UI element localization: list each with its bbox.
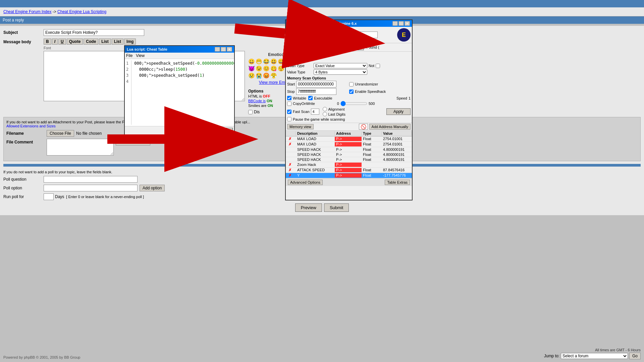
speedhack-checkbox[interactable] bbox=[349, 89, 354, 94]
add-option-button[interactable]: Add option bbox=[140, 185, 165, 191]
executable-checkbox[interactable] bbox=[308, 96, 313, 100]
memory-view-button[interactable]: Memory view bbox=[287, 124, 314, 129]
speed-slider[interactable] bbox=[340, 101, 367, 106]
table-extras-button[interactable]: Table Extras bbox=[385, 180, 410, 185]
mem-start-row: Start bbox=[287, 81, 348, 87]
lua-code[interactable]: 000;">speedhack_setSpeed(-0.000000000000… bbox=[134, 60, 234, 125]
lua-close-button[interactable]: × bbox=[227, 47, 232, 52]
row-type: Float bbox=[362, 173, 382, 178]
emoticon-icon[interactable]: 😉 bbox=[256, 65, 262, 72]
not-checkbox[interactable] bbox=[376, 64, 380, 68]
lua-code-area: 1234 000;">speedhack_setSpeed(-0.0000000… bbox=[125, 59, 234, 126]
ce-close-button[interactable]: × bbox=[405, 21, 410, 26]
jump-to-go-button[interactable]: Go bbox=[629, 353, 641, 359]
ce-minimize-button[interactable]: _ bbox=[392, 21, 398, 26]
col-value: Value bbox=[382, 131, 412, 135]
lua-minimize-button[interactable]: _ bbox=[215, 47, 220, 52]
row-desc: SPEED HACK bbox=[296, 158, 335, 162]
table-row[interactable]: SPEED HACK P-> Float 4.800000191 bbox=[286, 147, 412, 152]
start-input[interactable] bbox=[296, 81, 336, 87]
disable-checkbox[interactable] bbox=[248, 110, 253, 114]
lua-menu-view[interactable]: View bbox=[136, 53, 145, 58]
emoticon-icon[interactable]: 😡 bbox=[263, 72, 270, 79]
emoticon-icon[interactable]: 😤 bbox=[270, 72, 277, 79]
lua-maximize-button[interactable]: □ bbox=[221, 47, 226, 52]
last-digits-radio[interactable] bbox=[323, 112, 327, 116]
writable-checkbox[interactable] bbox=[287, 96, 291, 100]
emoticon-icon[interactable]: 😃 bbox=[270, 58, 277, 65]
fast-scan-input[interactable] bbox=[311, 109, 319, 115]
not-label: Not bbox=[369, 64, 374, 68]
img-button[interactable]: Img bbox=[124, 39, 136, 45]
row-active: ✗ bbox=[286, 137, 296, 141]
emoticon-icon[interactable]: 😀 bbox=[248, 58, 255, 65]
advanced-options-button[interactable]: Advanced Options bbox=[288, 180, 323, 185]
preview-button[interactable]: Preview bbox=[295, 203, 322, 212]
first-scan-button[interactable]: First Scan bbox=[287, 44, 311, 50]
alignment-radio[interactable] bbox=[323, 107, 327, 111]
table-row[interactable]: SPEED HACK P-> Float 4.800000191 bbox=[286, 152, 412, 157]
submit-button[interactable]: Submit bbox=[324, 203, 349, 212]
emoticon-icon[interactable]: 😭 bbox=[256, 72, 262, 79]
ce-hex-checkbox[interactable] bbox=[295, 58, 300, 62]
stop-input[interactable] bbox=[296, 88, 336, 95]
jump-to-select[interactable]: Select a forum bbox=[561, 353, 628, 359]
unrandomizer-checkbox[interactable] bbox=[349, 82, 354, 86]
italic-button[interactable]: I bbox=[52, 39, 58, 45]
breadcrumb-link-forum[interactable]: Cheat Engine Forum Index bbox=[3, 9, 51, 14]
bold-button[interactable]: B bbox=[44, 39, 51, 45]
ce-title-icon: ⚙ bbox=[288, 21, 291, 26]
poll-option-input[interactable] bbox=[44, 185, 138, 191]
emoticon-icon[interactable]: 😌 bbox=[278, 65, 284, 72]
undo-scan-button[interactable]: Undo Scan bbox=[338, 44, 364, 50]
table-row[interactable]: SPEED HACK P-> Float 4.800000191 bbox=[286, 157, 412, 162]
table-row[interactable]: ✗ ATTACK SPEED P-> Float 87.84576416 bbox=[286, 168, 412, 173]
emoticon-icon[interactable]: 😂 bbox=[263, 58, 270, 65]
emoticon-icon[interactable]: 😋 bbox=[270, 65, 277, 72]
list2-button[interactable]: List bbox=[112, 39, 123, 45]
emoticon-icon[interactable]: 😈 bbox=[248, 65, 255, 72]
ce-maximize-button[interactable]: □ bbox=[398, 21, 404, 26]
next-scan-button[interactable]: Next Scan bbox=[313, 44, 337, 50]
breadcrumb: Cheat Engine Forum Index -> Cheat Engine… bbox=[0, 7, 644, 16]
underline-button[interactable]: U bbox=[58, 39, 66, 45]
lua-menu-file[interactable]: File bbox=[126, 53, 132, 58]
quote-button[interactable]: Quote bbox=[67, 39, 83, 45]
row-active bbox=[286, 153, 296, 157]
emoticon-icon[interactable]: 😄 bbox=[278, 58, 284, 65]
table-row[interactable]: ✗ Y P-> Float -177.7545776 bbox=[286, 173, 412, 178]
poll-days-input[interactable] bbox=[44, 193, 54, 200]
scan-type-select[interactable]: Exact Value bbox=[314, 63, 367, 68]
emoticon-icon[interactable]: 😁 bbox=[256, 58, 262, 65]
poll-question-input[interactable] bbox=[44, 176, 138, 183]
ce-addr-box[interactable] bbox=[306, 34, 333, 36]
list1-button[interactable]: List bbox=[99, 39, 111, 45]
add-address-button[interactable]: Add Address Manually bbox=[369, 124, 411, 130]
code-button[interactable]: Code bbox=[84, 39, 98, 45]
copyonwrite-checkbox[interactable] bbox=[287, 102, 291, 106]
value-type-select[interactable]: 4 Bytes bbox=[314, 69, 367, 75]
ce-process-input[interactable] bbox=[334, 32, 378, 38]
execute-script-button[interactable]: Execute script bbox=[197, 128, 233, 135]
file-comment-textarea[interactable] bbox=[47, 139, 114, 156]
breadcrumb-link-scripting[interactable]: Cheat Engine Lua Scripting bbox=[57, 9, 106, 14]
subject-input[interactable] bbox=[44, 29, 144, 36]
fast-scan-checkbox[interactable] bbox=[287, 110, 291, 114]
row-desc: MAX LOAD bbox=[296, 142, 335, 146]
choose-file-button[interactable]: Choose File bbox=[47, 130, 74, 137]
table-row[interactable]: ✗ MAX LOAD P-> Float 2754.01001 bbox=[286, 142, 412, 147]
apply-button[interactable]: Apply bbox=[386, 108, 411, 115]
emoticon-icon[interactable]: 😊 bbox=[263, 65, 270, 72]
ce-table-header: Description Address Type Value bbox=[286, 131, 412, 136]
stop-button[interactable]: 🚫 bbox=[359, 124, 368, 130]
row-value: 4.800000191 bbox=[382, 158, 412, 162]
allowed-extensions-link[interactable]: Allowed Extensions and Sizes bbox=[6, 124, 56, 128]
col-address: Address bbox=[335, 131, 362, 135]
row-addr: P-> bbox=[335, 163, 362, 167]
row-active bbox=[286, 158, 296, 162]
emoticon-icon[interactable]: 😢 bbox=[248, 72, 255, 79]
pause-checkbox[interactable] bbox=[287, 117, 291, 121]
bbcode-link[interactable]: BBCode is bbox=[248, 99, 266, 103]
table-row[interactable]: ✗ Zoom Hack P-> </span> bbox=[286, 162, 412, 168]
table-row[interactable]: ✗ MAX LOAD P-> Float 2754.01001 bbox=[286, 136, 412, 142]
